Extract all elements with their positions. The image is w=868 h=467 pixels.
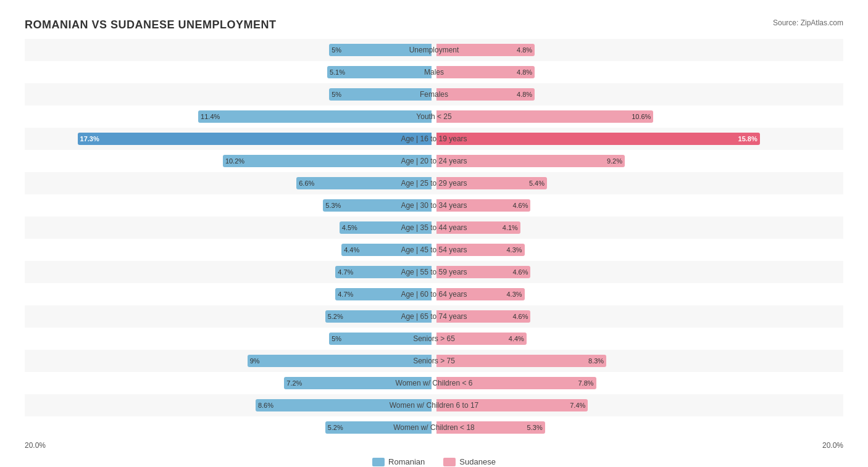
val-left: 11.4% [201, 113, 220, 120]
bar-left: 4.7% [335, 288, 432, 300]
bar-right: 7.8% [436, 377, 596, 389]
val-right: 10.6% [632, 113, 651, 120]
table-row: 11.4% Youth < 25 10.6% [25, 105, 843, 128]
bar-left: 17.3% [78, 133, 432, 145]
chart-header: ROMANIAN VS SUDANESE UNEMPLOYMENT Source… [25, 19, 843, 31]
val-right: 4.8% [517, 68, 532, 76]
val-left: 4.5% [342, 224, 357, 231]
bar-right: 4.3% [436, 244, 525, 256]
table-row: 4.5% Age | 35 to 44 years 4.1% [25, 217, 843, 239]
bar-left: 4.4% [341, 244, 432, 256]
table-row: 4.7% Age | 60 to 64 years 4.3% [25, 283, 843, 305]
val-left: 5.1% [330, 68, 345, 76]
bar-left: 5.1% [327, 66, 432, 78]
val-right: 4.3% [506, 246, 522, 254]
right-half: 4.3% [434, 283, 843, 305]
val-left: 5.2% [328, 313, 343, 320]
right-half: 8.3% [434, 350, 843, 372]
right-half: 7.8% [434, 372, 843, 394]
right-half: 9.2% [434, 150, 843, 172]
left-half: 5% [25, 328, 434, 350]
bar-right: 4.8% [436, 66, 535, 78]
val-left: 4.7% [338, 268, 353, 276]
table-row: 7.2% Women w/ Children < 6 7.8% [25, 372, 843, 394]
table-row: 5.2% Age | 65 to 74 years 4.6% [25, 305, 843, 328]
right-half: 15.8% [434, 128, 843, 150]
table-row: 6.6% Age | 25 to 29 years 5.4% [25, 172, 843, 194]
legend-romanian: Romanian [372, 457, 425, 466]
legend-box-sudanese [443, 458, 456, 466]
val-left: 4.4% [344, 246, 359, 254]
table-row: 9% Seniors > 75 8.3% [25, 350, 843, 372]
legend: Romanian Sudanese [25, 457, 843, 466]
val-left: 17.3% [80, 135, 99, 143]
val-left: 6.6% [299, 180, 314, 187]
val-left: 5% [332, 335, 341, 342]
bar-left: 5% [329, 88, 432, 101]
bar-left: 5% [329, 44, 432, 56]
bar-right: 4.6% [436, 199, 530, 212]
legend-box-romanian [372, 458, 385, 466]
table-row: 5.1% Males 4.8% [25, 61, 843, 83]
bar-left: 9% [248, 355, 432, 367]
val-right: 4.6% [512, 202, 528, 209]
val-left: 8.6% [258, 402, 273, 409]
right-half: 4.6% [434, 305, 843, 328]
val-right: 4.4% [509, 335, 524, 342]
val-left: 5% [332, 91, 341, 98]
val-left: 5.3% [325, 202, 341, 209]
bar-right: 4.4% [436, 333, 527, 345]
right-half: 4.4% [434, 328, 843, 350]
val-left: 9% [250, 357, 260, 365]
table-row: 17.3% Age | 16 to 19 years 15.8% [25, 128, 843, 150]
bar-left: 5.3% [323, 199, 432, 212]
val-right: 8.3% [588, 357, 604, 365]
bar-left: 5.2% [325, 310, 432, 323]
left-half: 4.5% [25, 217, 434, 239]
val-left: 10.2% [225, 157, 244, 165]
left-half: 5% [25, 39, 434, 61]
left-half: 5.2% [25, 416, 434, 439]
table-row: 5% Females 4.8% [25, 83, 843, 105]
chart-container: ROMANIAN VS SUDANESE UNEMPLOYMENT Source… [12, 12, 856, 467]
val-right: 4.3% [506, 291, 522, 298]
bar-right: 4.6% [436, 310, 530, 323]
val-left: 7.2% [286, 379, 302, 387]
val-right: 4.1% [503, 224, 518, 231]
left-half: 7.2% [25, 372, 434, 394]
bar-left: 5% [329, 333, 432, 345]
right-half: 10.6% [434, 105, 843, 128]
right-half: 4.8% [434, 83, 843, 105]
bar-right: 4.6% [436, 266, 530, 278]
table-row: 5% Seniors > 65 4.4% [25, 328, 843, 350]
bar-right: 8.3% [436, 355, 606, 367]
legend-label-sudanese: Sudanese [459, 457, 496, 466]
chart-source: Source: ZipAtlas.com [773, 19, 843, 27]
bar-left: 4.7% [335, 266, 432, 278]
axis-left: 20.0% [25, 441, 434, 450]
right-half: 7.4% [434, 394, 843, 416]
bar-right: 5.3% [436, 421, 545, 434]
right-half: 4.8% [434, 39, 843, 61]
val-right: 5.3% [527, 424, 543, 431]
left-half: 4.4% [25, 239, 434, 261]
left-half: 5% [25, 83, 434, 105]
table-row: 8.6% Women w/ Children 6 to 17 7.4% [25, 394, 843, 416]
val-left: 5% [332, 46, 341, 54]
left-half: 10.2% [25, 150, 434, 172]
val-right: 4.6% [512, 268, 528, 276]
bar-left: 11.4% [198, 110, 432, 123]
left-half: 8.6% [25, 394, 434, 416]
right-half: 5.3% [434, 416, 843, 439]
table-row: 10.2% Age | 20 to 24 years 9.2% [25, 150, 843, 172]
bar-right: 10.6% [436, 110, 653, 123]
bar-right: 4.8% [436, 88, 535, 101]
axis-row: 20.0% 20.0% [25, 439, 843, 452]
legend-label-romanian: Romanian [388, 457, 425, 466]
bar-left: 4.5% [340, 221, 432, 234]
table-row: 5.2% Women w/ Children < 18 5.3% [25, 416, 843, 439]
bar-right: 9.2% [436, 155, 625, 167]
val-right: 4.8% [517, 46, 532, 54]
left-half: 5.3% [25, 194, 434, 217]
val-left: 4.7% [338, 291, 353, 298]
